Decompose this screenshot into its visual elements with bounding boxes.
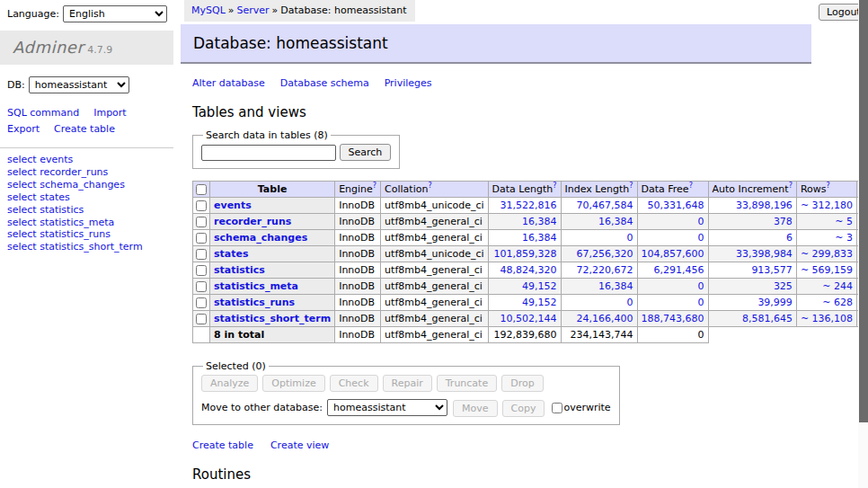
overwrite-checkbox[interactable] (552, 403, 562, 413)
help-link[interactable]: ? (428, 182, 431, 190)
data-length-link[interactable]: 16,384 (522, 232, 557, 244)
rows-link[interactable]: ~ 5 (835, 216, 853, 227)
db-select[interactable]: homeassistant (29, 76, 129, 93)
table-link-statistics_runs[interactable]: statistics_runs (214, 297, 295, 308)
rows-link[interactable]: ~ 244 (822, 280, 853, 292)
table-link-recorder_runs[interactable]: recorder_runs (214, 216, 291, 227)
sidebar-select-states[interactable]: select states (7, 192, 166, 204)
row-checkbox[interactable] (196, 314, 207, 324)
index-length-link[interactable]: 16,384 (598, 280, 633, 292)
data-free-link[interactable]: 104,857,600 (642, 248, 704, 260)
row-checkbox[interactable] (196, 265, 207, 276)
table-link-events[interactable]: events (214, 200, 252, 211)
sidebar-select-recorder_runs[interactable]: select recorder_runs (7, 167, 166, 179)
link-create-table[interactable]: Create table (192, 439, 253, 451)
repair-button[interactable]: Repair (383, 375, 432, 392)
index-length-link[interactable]: 72,220,672 (577, 264, 633, 276)
sidebar-select-schema_changes[interactable]: select schema_changes (7, 180, 166, 191)
check-button[interactable]: Check (330, 375, 378, 392)
rows-link[interactable]: ~ 299,833 (801, 248, 853, 260)
table-link-schema_changes[interactable]: schema_changes (214, 232, 307, 244)
data-free-link[interactable]: 0 (698, 280, 704, 292)
sidebar-select-statistics_meta[interactable]: select statistics_meta (7, 217, 166, 229)
rows-link[interactable]: ~ 312,180 (801, 200, 853, 211)
data-length-link[interactable]: 48,824,320 (500, 264, 557, 276)
rows-link[interactable]: ~ 569,159 (801, 264, 853, 276)
rows-link[interactable]: ~ 628 (822, 297, 853, 308)
table-link-statistics[interactable]: statistics (214, 264, 265, 276)
data-free-link[interactable]: 6,291,456 (654, 264, 704, 276)
row-checkbox[interactable] (196, 281, 207, 292)
auto-increment-link[interactable]: 6 (786, 232, 793, 244)
data-free-link[interactable]: 0 (698, 297, 704, 308)
adminer-version[interactable]: 4.7.9 (87, 44, 112, 56)
row-checkbox[interactable] (196, 200, 207, 211)
row-checkbox[interactable] (196, 217, 207, 227)
data-length-link[interactable]: 31,522,816 (500, 200, 557, 211)
vertical-scrollbar[interactable] (858, 0, 868, 488)
data-length-link[interactable]: 101,859,328 (494, 248, 557, 260)
index-length-link[interactable]: 24,166,400 (577, 313, 633, 324)
table-link-states[interactable]: states (214, 248, 249, 260)
row-checkbox[interactable] (196, 297, 207, 308)
auto-increment-link[interactable]: 33,898,196 (736, 200, 793, 211)
data-free-link[interactable]: 0 (698, 216, 704, 227)
analyze-button[interactable]: Analyze (201, 375, 258, 392)
sidebar-action-import[interactable]: Import (93, 107, 127, 119)
data-length-link[interactable]: 10,502,144 (500, 313, 557, 324)
move-button[interactable]: Move (453, 400, 498, 417)
auto-increment-link[interactable]: 913,577 (751, 264, 793, 276)
breadcrumb-link-server[interactable]: Server (237, 4, 270, 16)
sidebar-select-statistics_short_term[interactable]: select statistics_short_term (7, 242, 166, 253)
link-alter-database[interactable]: Alter database (192, 77, 265, 89)
sidebar-select-statistics[interactable]: select statistics (7, 205, 166, 217)
sidebar-action-create-table[interactable]: Create table (54, 123, 115, 135)
data-free-link[interactable]: 50,331,648 (648, 200, 704, 211)
index-length-link[interactable]: 16,384 (598, 216, 633, 227)
link-create-view[interactable]: Create view (270, 439, 329, 451)
row-checkbox[interactable] (196, 249, 207, 260)
index-length-link[interactable]: 0 (627, 232, 633, 244)
table-link-statistics_meta[interactable]: statistics_meta (214, 280, 298, 292)
index-length-link[interactable]: 0 (627, 297, 633, 308)
auto-increment-link[interactable]: 39,999 (757, 297, 793, 308)
help-link[interactable]: ? (629, 182, 633, 190)
select-all-checkbox[interactable] (196, 184, 207, 195)
sidebar-action-export[interactable]: Export (7, 123, 40, 135)
move-database-select[interactable]: homeassistant (327, 399, 447, 416)
rows-link[interactable]: ~ 3 (835, 232, 853, 244)
row-checkbox[interactable] (196, 233, 207, 244)
data-free-link[interactable]: 188,743,680 (642, 313, 704, 324)
breadcrumb-link-mysql[interactable]: MySQL (191, 4, 226, 16)
index-length-link[interactable]: 70,467,584 (577, 200, 633, 211)
drop-button[interactable]: Drop (501, 375, 543, 392)
table-link-statistics_short_term[interactable]: statistics_short_term (214, 313, 331, 324)
help-link[interactable]: ? (373, 182, 376, 190)
data-free-link[interactable]: 0 (698, 232, 704, 244)
sidebar-select-statistics_runs[interactable]: select statistics_runs (7, 229, 166, 241)
sidebar-select-events[interactable]: select events (7, 155, 166, 166)
optimize-button[interactable]: Optimize (262, 375, 324, 392)
index-length-link[interactable]: 67,256,320 (577, 248, 633, 260)
help-link[interactable]: ? (689, 182, 693, 190)
data-length-link[interactable]: 16,384 (522, 216, 557, 227)
language-select[interactable]: English (63, 5, 167, 22)
help-link[interactable]: ? (826, 182, 829, 190)
auto-increment-link[interactable]: 33,398,984 (736, 248, 793, 260)
sidebar-action-sql-command[interactable]: SQL command (7, 107, 79, 119)
search-button[interactable]: Search (340, 144, 392, 161)
auto-increment-link[interactable]: 378 (774, 216, 793, 227)
auto-increment-link[interactable]: 325 (774, 280, 793, 292)
link-privileges[interactable]: Privileges (385, 77, 432, 89)
search-input[interactable] (201, 145, 336, 161)
adminer-logo[interactable]: Adminer (13, 38, 84, 57)
copy-button[interactable]: Copy (502, 400, 545, 417)
data-length-link[interactable]: 49,152 (522, 297, 557, 308)
help-link[interactable]: ? (789, 182, 793, 190)
link-database-schema[interactable]: Database schema (280, 77, 369, 89)
rows-link[interactable]: ~ 136,108 (801, 313, 853, 324)
help-link[interactable]: ? (553, 182, 556, 190)
auto-increment-link[interactable]: 8,581,645 (742, 313, 793, 324)
data-length-link[interactable]: 49,152 (522, 280, 557, 292)
truncate-button[interactable]: Truncate (437, 375, 497, 392)
